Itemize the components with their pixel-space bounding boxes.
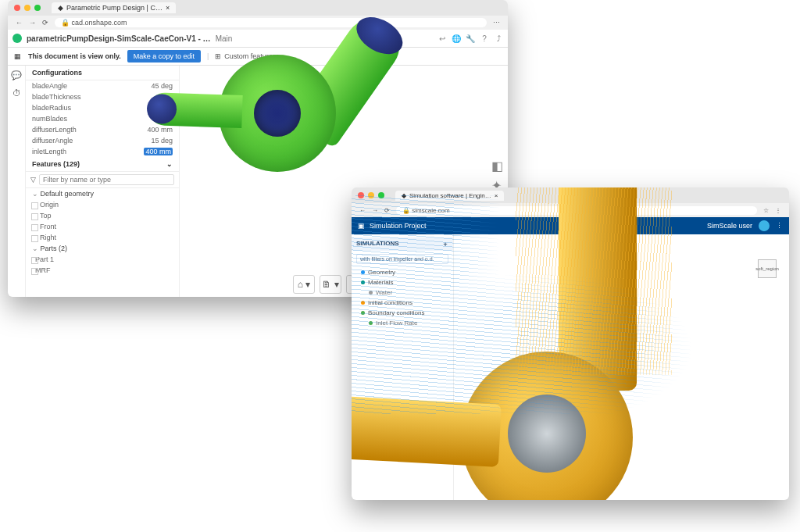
config-name: diffuserAngle xyxy=(32,137,73,145)
browser-address-bar: ← → ⟳ 🔒 cad.onshape.com ⋯ xyxy=(8,16,508,30)
config-row-active[interactable]: inletLength 400 mm xyxy=(26,146,179,157)
view-cube-icon[interactable]: ◧ xyxy=(491,159,503,173)
config-value: 400 mm xyxy=(144,148,173,155)
home-button[interactable]: ⌂ ▾ xyxy=(293,275,315,294)
parts-group[interactable]: Parts (2) xyxy=(26,243,179,254)
globe-icon[interactable]: 🌐 xyxy=(452,34,461,43)
config-row[interactable]: diffuserAngle 15 deg xyxy=(26,135,179,146)
logout-icon[interactable]: ⤴ xyxy=(494,34,503,43)
avatar[interactable] xyxy=(759,220,770,231)
nav-back-icon[interactable]: ← xyxy=(16,19,23,27)
feature-filter-input[interactable] xyxy=(39,174,174,185)
browser-address-bar: ← → ⟳ 🔒 simscale.com ☆ ⋮ xyxy=(352,203,789,217)
active-run-chip[interactable]: with filters on impeller and o.d. xyxy=(356,254,448,264)
sheets-button[interactable]: 🗎 ▾ xyxy=(320,275,341,294)
more-icon[interactable]: ⋮ xyxy=(775,207,781,214)
config-row[interactable]: bladeAngle 45 deg xyxy=(26,80,179,91)
custom-features-icon: ⊞ xyxy=(215,52,221,60)
project-title[interactable]: Simulation Project xyxy=(370,222,427,230)
node-label: Geometry xyxy=(368,269,395,276)
config-value: 12 xyxy=(165,115,173,123)
node-label: Water xyxy=(376,289,392,296)
geometry-item[interactable]: Top xyxy=(26,210,179,221)
tree-node[interactable]: Initial conditions xyxy=(352,298,453,308)
app-title-bar: parametricPumpDesign-SimScale-CaeCon-V1 … xyxy=(8,30,508,48)
node-status-icon xyxy=(361,311,365,315)
config-row[interactable]: bladeRadius 0.5 mm xyxy=(26,102,179,113)
timer-icon[interactable]: ⏱ xyxy=(12,88,21,98)
minimize-icon[interactable] xyxy=(368,192,374,198)
comments-icon[interactable]: 💬 xyxy=(11,70,22,80)
geometry-item[interactable]: Right xyxy=(26,232,179,243)
traffic-lights[interactable] xyxy=(14,5,41,11)
close-icon[interactable] xyxy=(358,192,364,198)
menu-icon[interactable]: ⋮ xyxy=(776,222,783,230)
nav-forward-icon[interactable]: → xyxy=(29,19,36,27)
onshape-logo-icon[interactable] xyxy=(12,34,22,43)
geometry-item[interactable]: Front xyxy=(26,221,179,232)
tree-node[interactable]: Geometry xyxy=(352,267,453,277)
view-cube[interactable]: soft_region xyxy=(755,256,783,284)
wrench-icon[interactable]: 🔧 xyxy=(466,34,475,43)
view-only-banner: ▦ This document is view only. Make a cop… xyxy=(8,48,508,66)
close-icon[interactable] xyxy=(14,5,20,11)
simulations-header[interactable]: SIMULATIONS ＋ xyxy=(352,237,453,251)
lock-icon: 🔒 xyxy=(402,207,410,214)
document-title[interactable]: parametricPumpDesign-SimScale-CaeCon-V1 … xyxy=(27,34,211,43)
simscale-logo-icon[interactable]: ▣ xyxy=(358,222,365,230)
config-row[interactable]: numBlades 12 xyxy=(26,113,179,124)
features-collapse-icon[interactable]: ⌄ xyxy=(166,160,173,168)
custom-features-button[interactable]: ⊞ Custom features xyxy=(215,52,276,60)
browser-tab[interactable]: ◆ Simulation software | Engin… × xyxy=(395,191,504,201)
feature-filter-row: ▽ xyxy=(26,172,179,188)
add-simulation-icon[interactable]: ＋ xyxy=(442,240,448,248)
geometry-item[interactable]: Origin xyxy=(26,199,179,210)
node-status-icon xyxy=(369,291,373,295)
filter-icon[interactable]: ▽ xyxy=(30,176,36,184)
config-row[interactable]: diffuserLength 400 mm xyxy=(26,124,179,135)
tab-close-icon[interactable]: × xyxy=(166,4,170,12)
tree-node[interactable]: Materials xyxy=(352,277,453,287)
extensions-icon[interactable]: ⋯ xyxy=(493,19,500,27)
view-cube-face[interactable]: soft_region xyxy=(758,259,777,278)
config-row[interactable]: bladeThickness 10 xyxy=(26,91,179,102)
simscale-window: ◆ Simulation software | Engin… × ← → ⟳ 🔒… xyxy=(352,187,789,500)
nav-reload-icon[interactable]: ⟳ xyxy=(384,207,390,214)
part-item[interactable]: MRF xyxy=(26,265,179,276)
default-geometry-group[interactable]: Default geometry xyxy=(26,188,179,199)
simulation-tree: SIMULATIONS ＋ with filters on impeller a… xyxy=(352,234,454,500)
zoom-icon[interactable] xyxy=(34,5,41,11)
url-field[interactable]: 🔒 cad.onshape.com xyxy=(55,18,487,27)
history-icon[interactable]: ↩ xyxy=(438,34,447,43)
nav-forward-icon[interactable]: → xyxy=(372,207,378,214)
minimize-icon[interactable] xyxy=(24,5,30,11)
help-icon[interactable]: ? xyxy=(480,34,489,43)
traffic-lights[interactable] xyxy=(358,192,384,198)
sim-body: SIMULATIONS ＋ with filters on impeller a… xyxy=(352,234,789,500)
zoom-icon[interactable] xyxy=(378,192,384,198)
tree-node[interactable]: Inlet Flow Rate xyxy=(352,318,453,328)
node-status-icon xyxy=(369,321,373,325)
nav-back-icon[interactable]: ← xyxy=(359,207,366,214)
node-status-icon xyxy=(361,270,365,274)
user-label: SimScale user xyxy=(707,222,752,230)
tree-node[interactable]: Water xyxy=(352,287,453,298)
make-copy-button[interactable]: Make a copy to edit xyxy=(127,50,201,62)
configurations-header[interactable]: Configurations xyxy=(26,66,179,80)
features-header[interactable]: Features (129) ⌄ xyxy=(26,157,179,172)
browser-tab[interactable]: ◆ Parametric Pump Design | C… × xyxy=(52,2,176,13)
branch-label[interactable]: Main xyxy=(216,34,233,43)
nav-reload-icon[interactable]: ⟳ xyxy=(42,19,48,27)
panel-toggle-icon[interactable]: ▦ xyxy=(12,52,22,61)
part-item[interactable]: Part 1 xyxy=(26,254,179,265)
left-panel: Configurations bladeAngle 45 deg bladeTh… xyxy=(26,66,180,297)
tab-favicon-icon: ◆ xyxy=(402,192,406,199)
tab-title: Parametric Pump Design | C… xyxy=(66,4,162,12)
tab-close-icon[interactable]: × xyxy=(495,192,498,199)
url-text: cad.onshape.com xyxy=(72,19,127,27)
simulation-canvas[interactable]: soft_region xyxy=(454,234,789,500)
custom-features-label: Custom features xyxy=(224,52,276,60)
url-field[interactable]: 🔒 simscale.com xyxy=(396,206,757,215)
bookmark-icon[interactable]: ☆ xyxy=(763,207,769,214)
tree-node[interactable]: Boundary conditions xyxy=(352,308,453,318)
